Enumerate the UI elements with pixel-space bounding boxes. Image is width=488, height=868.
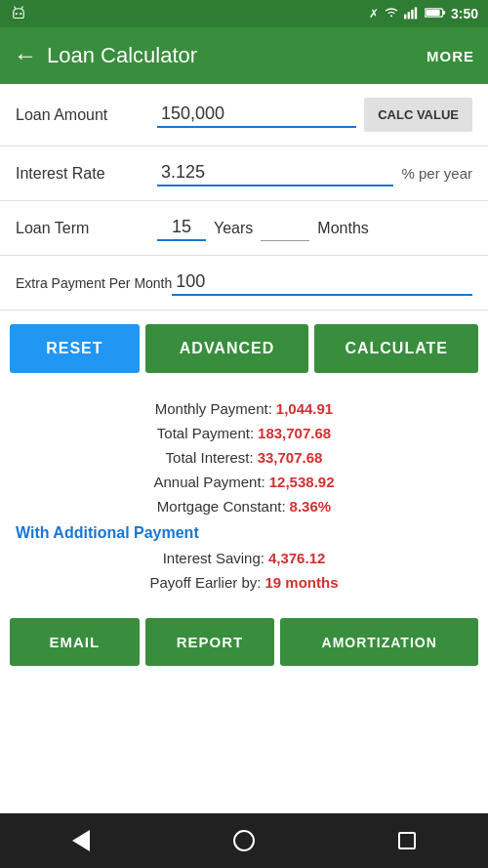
interest-saving-row: Interest Saving: 4,376.12 bbox=[16, 546, 472, 570]
loan-amount-label: Loan Amount bbox=[16, 106, 157, 124]
total-payment-value: 183,707.68 bbox=[258, 425, 331, 441]
payoff-earlier-row: Payoff Earlier by: 19 months bbox=[16, 570, 472, 595]
mortgage-constant-value: 8.36% bbox=[290, 498, 332, 515]
android-icon bbox=[10, 5, 27, 22]
loan-term-row: Loan Term Years Months bbox=[0, 201, 488, 256]
payoff-earlier-label: Payoff Earlier by: bbox=[150, 574, 262, 591]
nav-home-button[interactable] bbox=[233, 830, 255, 851]
mortgage-constant-label: Mortgage Constant: bbox=[157, 498, 286, 515]
nav-bar bbox=[0, 813, 488, 868]
total-interest-row: Total Interest: 33,707.68 bbox=[16, 445, 472, 470]
total-interest-label: Total Interest: bbox=[166, 449, 254, 466]
more-button[interactable]: MORE bbox=[427, 48, 474, 64]
battery-icon bbox=[425, 7, 446, 21]
svg-line-2 bbox=[15, 7, 17, 9]
bottom-buttons: EMAIL REPORT AMORTIZATION bbox=[0, 608, 488, 680]
status-bar: ✗ 3:50 bbox=[0, 0, 488, 27]
svg-point-0 bbox=[16, 13, 18, 15]
loan-term-years-input[interactable] bbox=[157, 215, 206, 241]
reset-button[interactable]: RESET bbox=[10, 324, 140, 373]
action-buttons: RESET ADVANCED CALCULATE bbox=[0, 310, 488, 387]
interest-rate-input[interactable] bbox=[157, 160, 393, 186]
extra-payment-row: Extra Payment Per Month bbox=[0, 256, 488, 310]
loan-term-months-input[interactable] bbox=[261, 216, 309, 241]
monthly-payment-row: Monthly Payment: 1,044.91 bbox=[16, 396, 472, 421]
svg-rect-4 bbox=[404, 14, 406, 19]
total-payment-row: Total Payment: 183,707.68 bbox=[16, 421, 472, 445]
payoff-earlier-value: 19 months bbox=[264, 574, 338, 591]
additional-payment-header: With Additional Payment bbox=[16, 518, 472, 546]
loan-term-label: Loan Term bbox=[16, 220, 157, 237]
annual-payment-label: Annual Payment: bbox=[154, 474, 265, 490]
advanced-button[interactable]: ADVANCED bbox=[145, 324, 309, 373]
wifi-icon bbox=[384, 6, 399, 22]
svg-rect-10 bbox=[426, 10, 439, 16]
amortization-button[interactable]: AMORTIZATION bbox=[280, 618, 478, 666]
extra-payment-label: Extra Payment Per Month bbox=[16, 275, 172, 291]
svg-rect-7 bbox=[415, 7, 417, 19]
svg-rect-6 bbox=[411, 9, 413, 19]
interest-saving-label: Interest Saving: bbox=[163, 550, 264, 566]
calc-value-button[interactable]: CALC VALUE bbox=[364, 98, 472, 132]
app-bar-left: ← Loan Calculator bbox=[14, 42, 197, 69]
monthly-payment-label: Monthly Payment: bbox=[155, 400, 272, 417]
status-bar-left bbox=[10, 5, 27, 22]
years-label: Years bbox=[214, 220, 253, 237]
interest-rate-suffix: % per year bbox=[401, 165, 472, 182]
svg-rect-9 bbox=[443, 11, 446, 14]
svg-rect-5 bbox=[408, 12, 410, 19]
nav-recents-button[interactable] bbox=[398, 832, 416, 849]
interest-rate-label: Interest Rate bbox=[16, 165, 157, 183]
results-section: Monthly Payment: 1,044.91 Total Payment:… bbox=[0, 387, 488, 608]
interest-saving-value: 4,376.12 bbox=[268, 550, 325, 566]
total-payment-label: Total Payment: bbox=[157, 425, 254, 441]
annual-payment-row: Annual Payment: 12,538.92 bbox=[16, 470, 472, 494]
status-time: 3:50 bbox=[451, 6, 478, 21]
interest-rate-row: Interest Rate % per year bbox=[0, 146, 488, 201]
report-button[interactable]: REPORT bbox=[145, 618, 275, 666]
app-bar: ← Loan Calculator MORE bbox=[0, 27, 488, 84]
status-bar-right: ✗ 3:50 bbox=[369, 6, 478, 22]
monthly-payment-value: 1,044.91 bbox=[276, 400, 333, 417]
main-content: Loan Amount CALC VALUE Interest Rate % p… bbox=[0, 84, 488, 813]
months-label: Months bbox=[317, 220, 368, 237]
extra-payment-input[interactable] bbox=[172, 269, 472, 296]
bluetooth-icon: ✗ bbox=[369, 7, 379, 21]
loan-amount-input[interactable] bbox=[157, 102, 356, 128]
email-button[interactable]: EMAIL bbox=[10, 618, 140, 666]
nav-back-button[interactable] bbox=[72, 830, 90, 851]
svg-line-3 bbox=[21, 7, 23, 9]
total-interest-value: 33,707.68 bbox=[258, 449, 323, 466]
annual-payment-value: 12,538.92 bbox=[269, 474, 335, 490]
svg-point-1 bbox=[20, 13, 21, 15]
calculate-button[interactable]: CALCULATE bbox=[314, 324, 478, 373]
loan-amount-row: Loan Amount CALC VALUE bbox=[0, 84, 488, 146]
back-button[interactable]: ← bbox=[14, 42, 37, 69]
signal-icon bbox=[404, 6, 420, 22]
app-title: Loan Calculator bbox=[47, 43, 197, 68]
mortgage-constant-row: Mortgage Constant: 8.36% bbox=[16, 494, 472, 518]
